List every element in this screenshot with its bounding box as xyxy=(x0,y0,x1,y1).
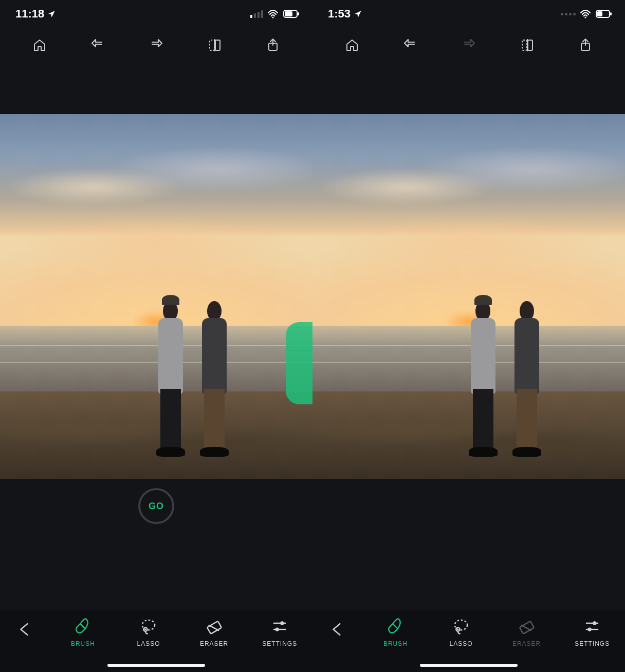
home-indicator[interactable] xyxy=(420,664,518,667)
screen-left: 11:18 GO xyxy=(0,0,312,672)
status-bar: 1:53 xyxy=(312,0,625,28)
eraser-icon xyxy=(518,618,536,635)
tool-label: SETTINGS xyxy=(575,640,610,647)
tool-label: BRUSH xyxy=(383,640,408,647)
cellular-signal-icon xyxy=(250,10,263,18)
home-button[interactable] xyxy=(29,35,50,55)
battery-icon xyxy=(283,9,300,19)
undo-button[interactable] xyxy=(87,35,108,55)
tool-settings[interactable]: SETTINGS xyxy=(251,618,308,647)
photo-container xyxy=(0,114,312,479)
undo-button[interactable] xyxy=(400,35,420,55)
photo[interactable] xyxy=(312,114,625,479)
status-time: 1:53 xyxy=(328,7,351,21)
home-indicator[interactable] xyxy=(107,664,205,667)
tool-brush[interactable]: BRUSH xyxy=(367,618,424,647)
tool-eraser: ERASER xyxy=(499,618,555,647)
tool-label: ERASER xyxy=(200,640,228,647)
share-button[interactable] xyxy=(263,35,283,55)
back-button[interactable] xyxy=(5,618,46,637)
photo[interactable] xyxy=(0,114,312,479)
settings-icon xyxy=(583,618,601,635)
share-button[interactable] xyxy=(575,35,596,55)
redo-button[interactable] xyxy=(146,35,167,55)
photo-container xyxy=(312,114,625,479)
eraser-icon xyxy=(206,618,223,635)
wifi-icon xyxy=(267,9,279,19)
location-icon xyxy=(47,10,56,18)
top-toolbar xyxy=(0,28,312,63)
tool-label: LASSO xyxy=(137,640,160,647)
lasso-icon xyxy=(140,618,157,635)
battery-icon xyxy=(595,9,613,19)
top-toolbar xyxy=(312,28,625,63)
screen-right: 1:53 BRUSH xyxy=(312,0,625,672)
tool-lasso[interactable]: LASSO xyxy=(433,618,489,647)
location-icon xyxy=(354,10,362,18)
cellular-signal-icon xyxy=(561,13,576,15)
go-button[interactable]: GO xyxy=(138,488,174,524)
brush-selection-mark xyxy=(286,322,312,404)
canvas-area xyxy=(312,63,625,610)
status-time: 11:18 xyxy=(15,7,44,21)
compare-button[interactable] xyxy=(517,35,538,55)
back-button[interactable] xyxy=(317,618,358,637)
home-button[interactable] xyxy=(342,35,362,55)
tool-label: BRUSH xyxy=(71,640,95,647)
wifi-icon xyxy=(580,9,591,19)
tool-eraser[interactable]: ERASER xyxy=(186,618,243,647)
brush-icon xyxy=(74,618,91,635)
bottom-toolbar: BRUSH LASSO ERASER SETTINGS xyxy=(0,610,312,672)
lasso-icon xyxy=(452,618,470,635)
tool-settings[interactable]: SETTINGS xyxy=(564,618,620,647)
tool-lasso[interactable]: LASSO xyxy=(120,618,177,647)
brush-icon xyxy=(387,618,404,635)
redo-button xyxy=(458,35,479,55)
settings-icon xyxy=(271,618,288,635)
tool-label: ERASER xyxy=(512,640,541,647)
tool-brush[interactable]: BRUSH xyxy=(54,618,111,647)
status-bar: 11:18 xyxy=(0,0,312,28)
go-label: GO xyxy=(149,501,164,512)
tool-label: LASSO xyxy=(449,640,472,647)
tool-label: SETTINGS xyxy=(262,640,297,647)
canvas-area: GO xyxy=(0,63,312,610)
compare-button[interactable] xyxy=(205,35,225,55)
bottom-toolbar: BRUSH LASSO ERASER SETTINGS xyxy=(312,610,625,672)
